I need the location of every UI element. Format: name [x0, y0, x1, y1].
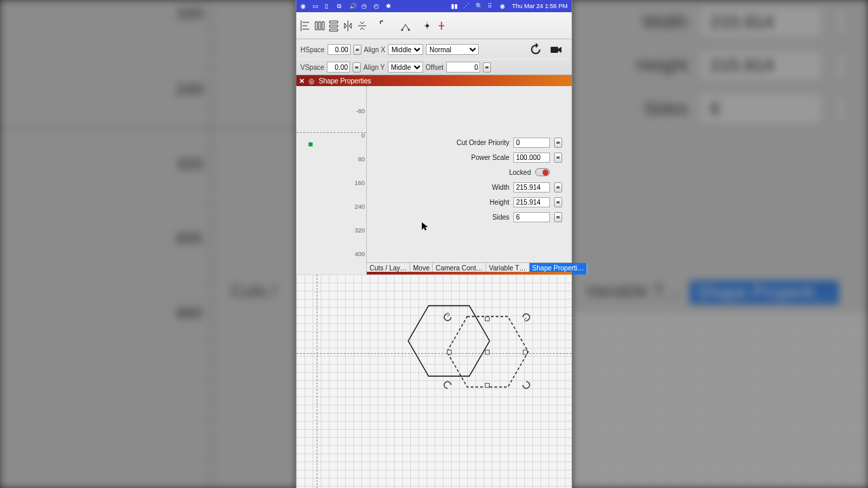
panel-header: ✕ ◎ Shape Properties: [296, 75, 572, 86]
selection-handle[interactable]: [447, 350, 452, 354]
locked-label: Locked: [509, 169, 531, 176]
panel-pin-icon[interactable]: ◎: [309, 77, 315, 85]
offset-input[interactable]: [446, 62, 480, 73]
width-stepper[interactable]: [554, 182, 562, 192]
mirror-v-icon[interactable]: [356, 18, 368, 34]
rotate-handle-icon[interactable]: [521, 312, 531, 322]
add-node-icon[interactable]: [435, 18, 448, 34]
locked-toggle[interactable]: [535, 168, 550, 176]
origin-marker: [309, 142, 313, 146]
sides-input[interactable]: [513, 212, 550, 222]
canvas[interactable]: [296, 274, 572, 488]
battery-status-icon: ▮▮: [451, 3, 458, 9]
offset-label: Offset: [426, 64, 444, 71]
svg-point-1: [408, 28, 410, 30]
rotate-handle-icon[interactable]: [443, 380, 452, 390]
sides-stepper[interactable]: [554, 212, 562, 222]
height-input[interactable]: [513, 197, 550, 207]
sides-label: Sides: [492, 214, 509, 221]
hspace-label: HSpace: [300, 46, 325, 54]
bluetooth-icon: ✱: [386, 3, 393, 9]
corner-icon[interactable]: [378, 18, 390, 34]
distribute-v-icon[interactable]: [328, 18, 340, 34]
height-stepper[interactable]: [554, 197, 562, 207]
vspace-stepper[interactable]: [353, 62, 361, 73]
selection-handle[interactable]: [485, 317, 490, 321]
shape-properties-form: Cut Order Priority Power Scale Locked Wi…: [378, 96, 572, 232]
clock-icon: ◷: [361, 3, 368, 9]
guide-vertical: [317, 274, 317, 488]
menubar-datetime: Thu Mar 24 1:56 PM: [512, 3, 568, 9]
properties-area: 0 -80 -160 -80 0 80 160 240 320 400 480 …: [296, 86, 572, 274]
screenshot-icon: ⧉: [337, 3, 344, 9]
width-input[interactable]: [513, 182, 550, 192]
height-label: Height: [490, 199, 509, 206]
selection-handle[interactable]: [485, 350, 490, 354]
panel-title: Shape Properties: [319, 77, 371, 85]
hspace-stepper[interactable]: [353, 45, 361, 55]
style-select[interactable]: Normal: [426, 44, 479, 55]
menubar: ◉ ▭ ▯ ⧉ 🔊 ◷ ◴ ✱ ▮▮ ⋰ 🔍 ⠿ ◉ Thu Mar 24 1:…: [296, 0, 572, 12]
rotate-handle-icon[interactable]: [521, 380, 531, 390]
volume-icon: 🔊: [349, 3, 356, 9]
close-panel-icon[interactable]: ✕: [299, 77, 304, 85]
apple-icon: ◉: [300, 3, 307, 9]
width-label: Width: [492, 184, 509, 191]
align-left-icon[interactable]: [299, 18, 311, 34]
toolbar: HSpace Align X Middle Normal VSpace Alig…: [296, 12, 572, 75]
power-scale-stepper[interactable]: [554, 152, 562, 163]
wifi-icon: ⋰: [463, 3, 470, 9]
distribute-h-icon[interactable]: [313, 18, 326, 34]
vspace-input[interactable]: [327, 62, 350, 73]
svg-point-0: [401, 28, 403, 30]
battery-icon: ▯: [325, 3, 332, 9]
cut-order-label: Cut Order Priority: [456, 139, 509, 146]
ruler-vertical: -80 0 80 160 240 320 400 480: [296, 86, 367, 274]
path-tool-icon[interactable]: [399, 18, 412, 34]
alignx-label: Align X: [364, 46, 386, 54]
app-window: ◉ ▭ ▯ ⧉ 🔊 ◷ ◴ ✱ ▮▮ ⋰ 🔍 ⠿ ◉ Thu Mar 24 1:…: [296, 0, 572, 488]
spotlight-icon[interactable]: 🔍: [475, 3, 482, 9]
svg-rect-2: [426, 24, 429, 27]
cut-order-input[interactable]: [513, 138, 550, 148]
offset-stepper[interactable]: [483, 62, 491, 73]
rotate-handle-icon[interactable]: [443, 312, 452, 322]
timer-icon: ◴: [374, 3, 380, 9]
alignx-select[interactable]: Middle: [388, 44, 423, 55]
hspace-input[interactable]: [328, 44, 351, 55]
node-align-icon[interactable]: [421, 18, 433, 34]
display-icon: ▭: [313, 3, 319, 9]
selection-handle[interactable]: [485, 383, 490, 388]
refresh-icon[interactable]: [528, 42, 543, 57]
selection-handle[interactable]: [523, 350, 528, 354]
power-scale-input[interactable]: [513, 152, 550, 163]
aligny-select[interactable]: Middle: [388, 62, 423, 73]
cursor-icon: [421, 222, 428, 231]
power-scale-label: Power Scale: [471, 154, 509, 161]
mirror-h-icon[interactable]: [342, 18, 354, 34]
control-center-icon[interactable]: ⠿: [488, 3, 494, 9]
aligny-label: Align Y: [363, 64, 385, 71]
siri-icon[interactable]: ◉: [500, 3, 507, 9]
svg-rect-3: [551, 47, 558, 53]
vspace-label: VSpace: [300, 64, 324, 71]
camera-icon[interactable]: [549, 42, 564, 57]
cut-order-stepper[interactable]: [554, 138, 562, 148]
